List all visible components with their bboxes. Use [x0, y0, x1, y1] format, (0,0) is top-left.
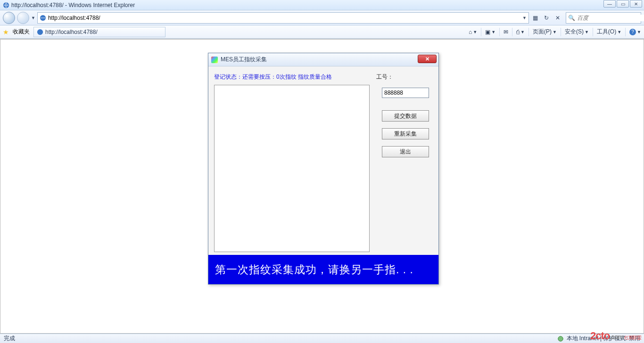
window-title: http://localhost:4788/ - Windows Interne… — [11, 2, 135, 8]
recollect-button[interactable]: 重新采集 — [382, 128, 429, 139]
zone-icon — [557, 335, 564, 342]
compat-icon[interactable]: ▦ — [531, 14, 539, 22]
browser-tab[interactable]: http://localhost:4788/ — [33, 27, 165, 37]
nav-dropdown-icon[interactable]: ▼ — [31, 16, 35, 20]
tools-menu[interactable]: 工具(O)▼ — [597, 28, 621, 36]
dialog-titlebar[interactable]: MES员工指纹采集 ✕ — [208, 53, 438, 66]
close-window-button[interactable]: ✕ — [630, 0, 642, 8]
help-icon: ? — [629, 29, 636, 35]
home-icon: ⌂ — [469, 29, 472, 35]
address-bar[interactable]: ▼ — [37, 12, 529, 24]
status-left: 完成 — [4, 335, 15, 343]
register-status: 登记状态：还需要按压：0次指纹 指纹质量合格 — [214, 73, 370, 81]
status-bar: 完成 本地 Intranet | 保护模式: 禁用 — [0, 334, 644, 343]
page-viewport: MES员工指纹采集 ✕ 登记状态：还需要按压：0次指纹 指纹质量合格 工号： 提… — [0, 39, 644, 334]
stop-icon[interactable]: ✕ — [553, 14, 562, 22]
ie-icon — [3, 2, 9, 8]
help-menu[interactable]: ?▼ — [629, 29, 641, 35]
dialog-banner: 第一次指纹采集成功，请换另一手指. . . — [208, 255, 438, 284]
url-input[interactable] — [48, 15, 520, 21]
minimize-button[interactable]: — — [603, 0, 616, 8]
maximize-button[interactable]: ▭ — [617, 0, 629, 8]
mail-icon: ✉ — [504, 29, 508, 35]
dialog-close-button[interactable]: ✕ — [418, 55, 437, 63]
employee-id-label: 工号： — [376, 73, 433, 81]
search-input[interactable] — [577, 15, 644, 21]
safety-menu[interactable]: 安全(S)▼ — [565, 28, 589, 36]
search-box[interactable]: 🔍 — [566, 12, 641, 24]
favorites-star-icon[interactable]: ★ — [3, 28, 9, 36]
rss-button[interactable]: ▣▼ — [485, 29, 495, 35]
exit-button[interactable]: 退出 — [382, 146, 429, 157]
favorites-label[interactable]: 收藏夹 — [13, 28, 30, 36]
dialog-title: MES员工指纹采集 — [221, 56, 267, 64]
submit-button[interactable]: 提交数据 — [382, 110, 429, 122]
back-button[interactable] — [3, 12, 15, 24]
security-zone: 本地 Intranet | 保护模式: 禁用 — [567, 335, 640, 343]
command-bar: ⌂▼ ▣▼ ✉ ⎙▼ 页面(P)▼ 安全(S)▼ 工具(O)▼ ?▼ — [469, 28, 641, 36]
refresh-icon[interactable]: ↻ — [542, 14, 551, 22]
home-button[interactable]: ⌂▼ — [469, 29, 477, 35]
favorites-bar: ★ 收藏夹 http://localhost:4788/ ⌂▼ ▣▼ ✉ ⎙▼ … — [0, 25, 644, 39]
svg-point-3 — [558, 336, 563, 341]
print-button[interactable]: ⎙▼ — [516, 29, 525, 35]
address-dropdown-icon[interactable]: ▼ — [522, 16, 527, 20]
page-menu[interactable]: 页面(P)▼ — [533, 28, 557, 36]
print-icon: ⎙ — [516, 29, 520, 35]
form-icon — [211, 57, 218, 63]
mail-button[interactable]: ✉ — [504, 29, 508, 35]
page-icon — [40, 15, 46, 21]
search-icon: 🔍 — [568, 15, 575, 21]
fingerprint-preview — [214, 85, 370, 252]
fingerprint-dialog: MES员工指纹采集 ✕ 登记状态：还需要按压：0次指纹 指纹质量合格 工号： 提… — [208, 53, 439, 285]
employee-id-input[interactable] — [382, 88, 429, 98]
svg-point-2 — [37, 29, 43, 34]
rss-icon: ▣ — [485, 29, 490, 35]
tab-title: http://localhost:4788/ — [45, 29, 98, 35]
forward-button[interactable] — [17, 12, 29, 24]
nav-toolbar: ▼ ▼ ▦ ↻ ✕ 🔍 — [0, 10, 644, 25]
tab-ie-icon — [37, 29, 43, 35]
window-titlebar: http://localhost:4788/ - Windows Interne… — [0, 0, 644, 10]
